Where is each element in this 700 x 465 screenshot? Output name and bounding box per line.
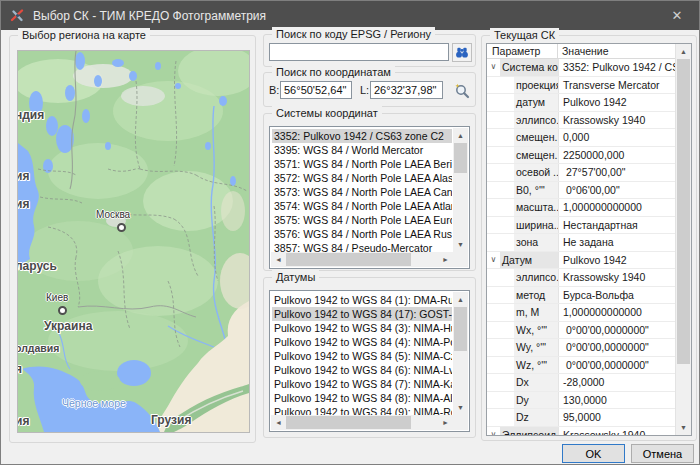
scroll-up-icon[interactable]: ▲ bbox=[676, 44, 691, 59]
coordinate-search-button[interactable] bbox=[452, 81, 472, 100]
scrollbar-thumb[interactable] bbox=[286, 253, 411, 266]
chevron-down-icon[interactable]: ∨ bbox=[487, 427, 500, 436]
list-item[interactable]: 3572: WGS 84 / North Pole LAEA Alaska bbox=[272, 171, 452, 185]
table-row[interactable]: Wz, °'" 0°00'00,0000000" bbox=[487, 357, 676, 375]
systems-horizontal-scrollbar[interactable]: ◄ ► bbox=[271, 252, 453, 267]
tree-indent bbox=[500, 339, 514, 356]
table-row[interactable]: зонаНе задана bbox=[487, 234, 676, 252]
systems-listbox[interactable]: 3352: Pulkovo 1942 / CS63 zone C23395: W… bbox=[269, 126, 470, 269]
list-item[interactable]: Pulkovo 1942 to WGS 84 (4): NIMA-Pol bbox=[272, 335, 452, 349]
chevron-down-icon[interactable]: ∨ bbox=[487, 252, 500, 269]
table-row[interactable]: Dy130,0000 bbox=[487, 392, 676, 410]
list-item[interactable]: Pulkovo 1942 to WGS 84 (9): NIMA-Rom bbox=[272, 405, 452, 415]
list-item[interactable]: 3575: WGS 84 / North Pole LAEA Europe bbox=[272, 213, 452, 227]
datums-vertical-scrollbar[interactable]: ▲ ▼ bbox=[453, 292, 468, 415]
table-row[interactable]: Dx-28,0000 bbox=[487, 374, 676, 392]
table-row[interactable]: масшта...1,000000000000 bbox=[487, 199, 676, 217]
value-cell: 1,000000000000 bbox=[558, 199, 676, 216]
map-label-finland: ндия bbox=[17, 108, 44, 122]
value-cell: 95,0000 bbox=[558, 409, 676, 426]
list-item[interactable]: 3573: WGS 84 / North Pole LAEA Canada bbox=[272, 185, 452, 199]
list-item[interactable]: Pulkovo 1942 to WGS 84 (7): NIMA-Kaz bbox=[272, 377, 452, 391]
table-row[interactable]: ∨ДатумPulkovo 1942 bbox=[487, 252, 676, 270]
scrollbar-corner bbox=[453, 252, 468, 267]
scroll-left-icon[interactable]: ◄ bbox=[271, 252, 286, 267]
scroll-right-icon[interactable]: ► bbox=[438, 415, 453, 430]
table-row[interactable]: m, M1,000000000000 bbox=[487, 304, 676, 322]
table-row[interactable]: Wy, °'" 0°00'00,0000000" bbox=[487, 339, 676, 357]
value-column-header[interactable]: Значение bbox=[558, 44, 691, 58]
scroll-left-icon[interactable]: ◄ bbox=[271, 415, 286, 430]
tree-indent bbox=[487, 409, 500, 426]
scroll-down-icon[interactable]: ▼ bbox=[676, 420, 691, 435]
datums-horizontal-scrollbar[interactable]: ◄ ► bbox=[271, 415, 453, 430]
l-coordinate-input[interactable] bbox=[370, 81, 443, 99]
scrollbar-thumb[interactable] bbox=[286, 416, 411, 429]
list-item[interactable]: 3352: Pulkovo 1942 / CS63 zone C2 bbox=[272, 129, 452, 143]
datums-group: Датумы Pulkovo 1942 to WGS 84 (1): DMA-R… bbox=[263, 277, 476, 438]
list-item[interactable]: 3857: WGS 84 / Pseudo-Mercator bbox=[272, 241, 452, 252]
scrollbar-thumb[interactable] bbox=[677, 59, 690, 364]
current-sk-table[interactable]: Параметр Значение ∨Система ко...3352: Pu… bbox=[486, 43, 692, 436]
list-item[interactable]: 3395: WGS 84 / World Mercator bbox=[272, 143, 452, 157]
table-row[interactable]: методБурса-Вольфа bbox=[487, 287, 676, 305]
param-cell: Система ко... bbox=[500, 59, 558, 76]
map-label-bulgaria: ия bbox=[17, 414, 29, 428]
table-row[interactable]: эллипсо...Krassowsky 1940 bbox=[487, 112, 676, 130]
tree-indent bbox=[487, 199, 500, 216]
list-item[interactable]: 3574: WGS 84 / North Pole LAEA Atlantic bbox=[272, 199, 452, 213]
tree-indent bbox=[500, 129, 514, 146]
list-item[interactable]: Pulkovo 1942 to WGS 84 (1): DMA-Rus bbox=[272, 293, 452, 307]
scrollbar-thumb[interactable] bbox=[454, 143, 467, 173]
map-label-georgia: Грузия bbox=[151, 413, 191, 427]
table-row[interactable]: осевой ... 27°57'00,00" bbox=[487, 164, 676, 182]
scroll-up-icon[interactable]: ▲ bbox=[453, 292, 468, 307]
tree-indent bbox=[487, 269, 500, 286]
scroll-down-icon[interactable]: ▼ bbox=[453, 237, 468, 252]
table-vertical-scrollbar[interactable]: ▲ ▼ bbox=[675, 44, 691, 435]
scroll-right-icon[interactable]: ► bbox=[438, 252, 453, 267]
list-item[interactable]: 3571: WGS 84 / North Pole LAEA Bering Se… bbox=[272, 157, 452, 171]
map-image bbox=[18, 51, 249, 432]
title-bar[interactable]: Выбор СК - ТИМ КРЕДО Фотограмметрия ✕ bbox=[1, 1, 699, 30]
table-row[interactable]: проекцияTransverse Mercator bbox=[487, 77, 676, 95]
tree-indent bbox=[500, 269, 514, 286]
scrollbar-corner bbox=[453, 415, 468, 430]
epsg-search-input[interactable] bbox=[269, 43, 449, 61]
table-row[interactable]: ∨ЭллипсоидKrassowsky 1940 bbox=[487, 427, 676, 436]
list-item[interactable]: Pulkovo 1942 to WGS 84 (8): NIMA-Alb bbox=[272, 391, 452, 405]
chevron-down-icon[interactable]: ∨ bbox=[487, 59, 500, 76]
systems-vertical-scrollbar[interactable]: ▲ ▼ bbox=[453, 128, 468, 252]
cancel-button[interactable]: Отмена bbox=[631, 444, 694, 463]
param-cell: метод bbox=[514, 287, 558, 304]
param-column-header[interactable]: Параметр bbox=[487, 44, 558, 58]
scroll-down-icon[interactable]: ▼ bbox=[453, 400, 468, 415]
list-item[interactable]: Pulkovo 1942 to WGS 84 (5): NIMA-Cze bbox=[272, 349, 452, 363]
table-row[interactable]: смещен...0,000 bbox=[487, 129, 676, 147]
param-cell: Dz bbox=[514, 409, 558, 426]
tree-indent bbox=[487, 94, 500, 111]
binoculars-search-button[interactable] bbox=[452, 43, 472, 62]
list-item[interactable]: Pulkovo 1942 to WGS 84 (3): NIMA-Hun bbox=[272, 321, 452, 335]
table-row[interactable]: эллипсо...Krassowsky 1940 bbox=[487, 269, 676, 287]
ok-button[interactable]: OK bbox=[562, 444, 625, 463]
table-row[interactable]: B0, °'" 0°06'00,00" bbox=[487, 182, 676, 200]
table-row[interactable]: ширина...Нестандартная bbox=[487, 217, 676, 235]
table-row[interactable]: Wx, °'" 0°00'00,0000000" bbox=[487, 322, 676, 340]
l-label: L: bbox=[360, 84, 369, 96]
list-item[interactable]: 3576: WGS 84 / North Pole LAEA Russia bbox=[272, 227, 452, 241]
scroll-up-icon[interactable]: ▲ bbox=[453, 128, 468, 143]
b-coordinate-input[interactable] bbox=[280, 81, 352, 99]
datums-listbox[interactable]: Pulkovo 1942 to WGS 84 (1): DMA-RusPulko… bbox=[269, 290, 470, 432]
table-row[interactable]: ∨Система ко...3352: Pulkovo 1942 / CS63 … bbox=[487, 59, 676, 77]
list-item[interactable]: Pulkovo 1942 to WGS 84 (17): GOST-Rus bbox=[272, 307, 452, 321]
param-cell: Датум bbox=[500, 252, 558, 269]
map-canvas[interactable]: ндия ия ия Москва ларусь Киев Украина ол… bbox=[17, 50, 250, 433]
scrollbar-thumb[interactable] bbox=[454, 307, 467, 351]
table-row[interactable]: Dz95,0000 bbox=[487, 409, 676, 427]
tree-indent bbox=[500, 217, 514, 234]
table-row[interactable]: смещен...2250000,000 bbox=[487, 147, 676, 165]
close-icon[interactable]: ✕ bbox=[655, 1, 699, 30]
table-row[interactable]: датумPulkovo 1942 bbox=[487, 94, 676, 112]
list-item[interactable]: Pulkovo 1942 to WGS 84 (6): NIMA-Lva bbox=[272, 363, 452, 377]
